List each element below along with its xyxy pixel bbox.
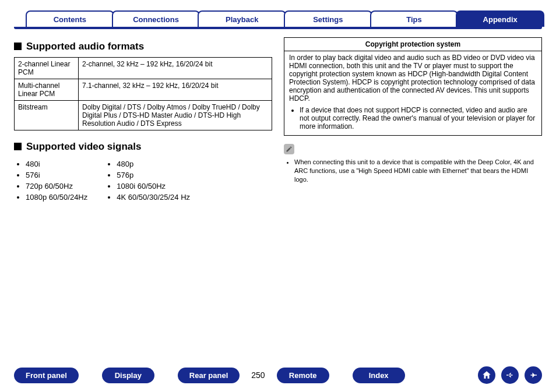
tab-connections[interactable]: Connections bbox=[112, 10, 200, 27]
list-item: 480i bbox=[26, 160, 87, 168]
heading-video-signals-text: Supported video signals bbox=[26, 141, 141, 152]
link-display[interactable]: Display bbox=[102, 368, 154, 383]
video-list-1: 480i 576i 720p 60/50Hz 1080p 60/50/24Hz bbox=[14, 157, 87, 204]
bottom-nav: Front panel Display Rear panel 250 Remot… bbox=[0, 366, 556, 384]
link-front-panel[interactable]: Front panel bbox=[14, 368, 79, 383]
list-item: 576i bbox=[26, 171, 87, 179]
table-row: Multi-channel Linear PCM 7.1-channel, 32… bbox=[15, 79, 272, 101]
link-rear-panel[interactable]: Rear panel bbox=[178, 368, 240, 383]
list-item: 1080i 60/50Hz bbox=[117, 182, 190, 190]
video-list-2: 480p 576p 1080i 60/50Hz 4K 60/50/30/25/2… bbox=[105, 157, 190, 204]
home-icon[interactable] bbox=[478, 366, 495, 384]
table-row: 2-channel Linear PCM 2-channel, 32 kHz –… bbox=[15, 58, 272, 79]
audio-row-value: 7.1-channel, 32 kHz – 192 kHz, 16/20/24 … bbox=[79, 79, 272, 101]
link-remote[interactable]: Remote bbox=[277, 368, 329, 383]
arrow-left-icon[interactable] bbox=[501, 366, 519, 384]
heading-audio-formats-text: Supported audio formats bbox=[26, 41, 144, 52]
audio-row-label: Bitstream bbox=[15, 101, 79, 130]
tab-underline bbox=[14, 27, 542, 29]
copyright-box-title: Copyright protection system bbox=[284, 38, 541, 51]
table-row: Bitstream Dolby Digital / DTS / Dolby At… bbox=[15, 101, 272, 130]
audio-row-value: 2-channel, 32 kHz – 192 kHz, 16/20/24 bi… bbox=[79, 58, 272, 79]
pencil-icon bbox=[284, 144, 294, 154]
square-bullet-icon bbox=[14, 43, 22, 50]
audio-row-value: Dolby Digital / DTS / Dolby Atmos / Dolb… bbox=[79, 101, 272, 130]
right-column: Copyright protection system In order to … bbox=[284, 37, 542, 204]
heading-audio-formats: Supported audio formats bbox=[14, 41, 272, 52]
left-column: Supported audio formats 2-channel Linear… bbox=[14, 37, 272, 204]
tab-appendix[interactable]: Appendix bbox=[456, 10, 544, 27]
arrow-right-icon[interactable] bbox=[525, 366, 542, 384]
copyright-box-bullet: If a device that does not support HDCP i… bbox=[300, 106, 537, 130]
list-item: 576p bbox=[117, 171, 190, 179]
heading-video-signals: Supported video signals bbox=[14, 141, 272, 153]
small-note: When connecting this unit to a device th… bbox=[284, 158, 542, 184]
audio-row-label: Multi-channel Linear PCM bbox=[15, 79, 79, 101]
tab-playback[interactable]: Playback bbox=[198, 10, 286, 27]
audio-row-label: 2-channel Linear PCM bbox=[15, 58, 79, 79]
tab-tips[interactable]: Tips bbox=[370, 10, 459, 27]
tab-settings[interactable]: Settings bbox=[284, 10, 372, 27]
page-number: 250 bbox=[251, 370, 265, 380]
copyright-box: Copyright protection system In order to … bbox=[284, 37, 542, 136]
top-tabs: Contents Connections Playback Settings T… bbox=[14, 7, 542, 27]
list-item: 720p 60/50Hz bbox=[26, 182, 87, 190]
list-item: 480p bbox=[117, 160, 190, 168]
audio-formats-table: 2-channel Linear PCM 2-channel, 32 kHz –… bbox=[14, 57, 272, 130]
square-bullet-icon bbox=[14, 143, 22, 150]
list-item: 4K 60/50/30/25/24 Hz bbox=[117, 193, 190, 202]
small-note-text: When connecting this unit to a device th… bbox=[294, 158, 542, 184]
copyright-box-body: In order to play back digital video and … bbox=[289, 54, 537, 103]
video-signals-lists: 480i 576i 720p 60/50Hz 1080p 60/50/24Hz … bbox=[14, 157, 272, 204]
list-item: 1080p 60/50/24Hz bbox=[26, 193, 87, 202]
link-index[interactable]: Index bbox=[353, 368, 405, 383]
tab-contents[interactable]: Contents bbox=[26, 10, 114, 27]
